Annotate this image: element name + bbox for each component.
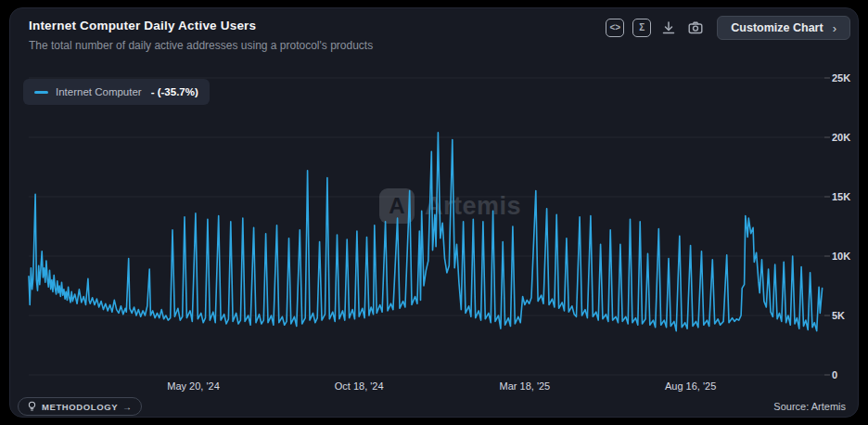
y-tick-label: 10K: [832, 251, 850, 262]
lightbulb-icon: [27, 401, 37, 412]
formula-sigma-icon[interactable]: Σ: [632, 19, 651, 37]
source-attribution: Source: Artemis: [773, 401, 846, 412]
y-tick-label: 0: [832, 369, 837, 380]
y-tick-label: 15K: [832, 191, 850, 202]
x-tick-label: Mar 18, '25: [500, 380, 551, 392]
methodology-badge[interactable]: METHODOLOGY →: [18, 397, 142, 416]
y-tick-label: 25K: [832, 72, 850, 84]
page-subtitle: The total number of daily active address…: [29, 39, 373, 52]
plot-area[interactable]: [29, 78, 830, 375]
y-tick-label: 5K: [832, 310, 845, 321]
customize-chart-label: Customize Chart: [731, 21, 823, 34]
chart-card: Internet Computer Daily Active Users The…: [9, 7, 859, 418]
series-line: [29, 133, 823, 331]
arrow-right-icon: →: [122, 402, 133, 412]
x-tick-label: Aug 16, '25: [665, 380, 716, 392]
customize-chart-button[interactable]: Customize Chart ›: [717, 16, 850, 40]
x-axis-labels: May 20, '24Oct 18, '24Mar 18, '25Aug 16,…: [29, 380, 824, 395]
camera-icon[interactable]: [686, 19, 705, 37]
download-icon[interactable]: [659, 19, 678, 37]
y-tick-label: 20K: [832, 132, 850, 143]
x-tick-label: May 20, '24: [167, 380, 220, 392]
chart-svg: [29, 78, 830, 375]
embed-code-icon[interactable]: <>: [606, 19, 624, 37]
methodology-label: METHODOLOGY: [42, 402, 118, 412]
chevron-right-icon: ›: [833, 21, 836, 35]
toolbar: <> Σ Customize Chart ›: [606, 16, 850, 40]
x-tick-label: Oct 18, '24: [335, 380, 384, 392]
y-axis-labels: 05K10K15K20K25K: [832, 78, 860, 375]
page-title: Internet Computer Daily Active Users: [29, 19, 256, 32]
